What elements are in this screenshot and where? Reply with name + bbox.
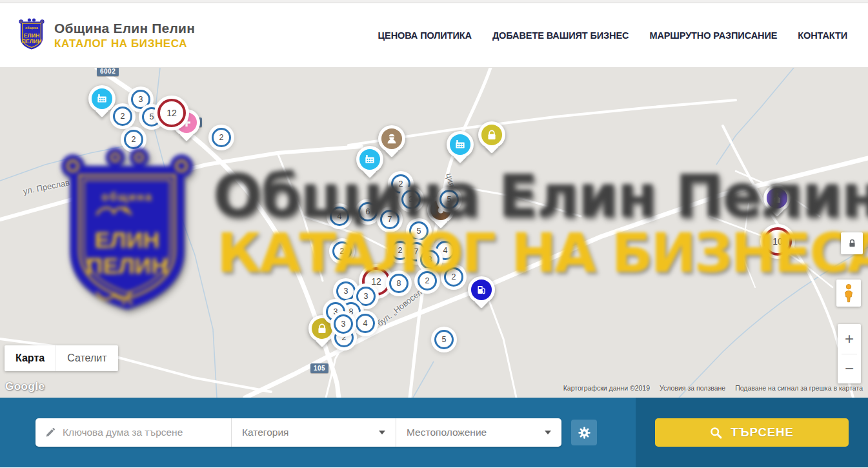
map-cluster[interactable]: 3 (334, 314, 353, 334)
attribution-terms-link[interactable]: Условия за ползване (660, 384, 725, 392)
map-pin-shopping-bag[interactable] (478, 121, 505, 148)
map-pin-church[interactable] (763, 185, 791, 212)
map-cluster[interactable]: 5 (434, 330, 454, 349)
google-logo[interactable]: Google (5, 380, 45, 393)
map-pin-factory[interactable] (356, 146, 383, 173)
map-cluster[interactable]: 4 (330, 207, 349, 226)
keyword-search-input[interactable] (63, 427, 222, 438)
svg-text:община: община (25, 26, 38, 30)
keyword-field-wrap (35, 418, 231, 447)
map-cluster[interactable]: 5 (409, 221, 429, 241)
search-icon (710, 427, 722, 439)
factory-icon (359, 149, 380, 170)
nav-item-schedule[interactable]: МАРШРУТНО РАЗПИСАНИЕ (649, 30, 777, 41)
map-attribution: Картографски данни ©2019 Условия за полз… (563, 384, 863, 392)
location-select[interactable]: Местоположение (396, 418, 561, 447)
road-number-badge: 6002 (97, 68, 119, 76)
search-bar: Категория Местоположение (0, 398, 868, 467)
map-cluster[interactable]: 5 (439, 190, 459, 209)
search-button-panel: ТЪРСЕНЕ (636, 398, 868, 467)
pegman-control[interactable] (836, 280, 861, 307)
shopping-bag-icon (481, 125, 502, 145)
site-subtitle: КАТАЛОГ НА БИЗНЕСА (54, 37, 195, 50)
nav-item-contacts[interactable]: КОНТАКТИ (798, 30, 847, 41)
attribution-copyright: Картографски данни ©2019 (563, 384, 650, 392)
map-cluster[interactable]: 6 (358, 202, 378, 221)
attribution-report-error-link[interactable]: Подаване на сигнал за грешка в картата (735, 384, 863, 392)
search-box: Категория Местоположение (35, 418, 561, 447)
street-view-lock-button[interactable] (841, 232, 863, 254)
svg-text:ПЕЛИН: ПЕЛИН (21, 38, 41, 45)
factory-icon (450, 134, 470, 155)
gear-icon (578, 426, 591, 440)
map-cluster[interactable]: 8 (389, 274, 409, 293)
map-cluster[interactable]: 2 (124, 130, 143, 149)
factory-icon (92, 88, 112, 109)
map-cluster[interactable]: 8 (420, 250, 439, 269)
search-button-label: ТЪРСЕНЕ (731, 425, 794, 440)
map-cluster[interactable]: 2 (444, 267, 463, 287)
map-zoom-control: + − (838, 324, 861, 383)
map-cluster[interactable]: 7 (380, 210, 399, 229)
category-select[interactable]: Категория (232, 418, 396, 447)
map-cluster[interactable]: 2 (212, 128, 231, 147)
zoom-out-button[interactable]: − (838, 354, 861, 383)
nav-item-pricing[interactable]: ЦЕНОВА ПОЛИТИКА (378, 30, 472, 41)
church-icon (767, 188, 787, 209)
nav-item-add-business[interactable]: ДОБАВЕТЕ ВАШИЯТ БИЗНЕС (492, 30, 629, 41)
zoom-in-button[interactable]: + (838, 325, 861, 354)
pencil-icon (45, 427, 56, 439)
municipality-crest-logo: община ЕЛИН ПЕЛИН (17, 16, 46, 55)
svg-text:ЕЛИН: ЕЛИН (24, 32, 40, 39)
site-header: община ЕЛИН ПЕЛИН Община Елин Пелин КАТА… (0, 3, 868, 68)
shopping-bag-icon (312, 318, 332, 339)
map-cluster[interactable]: 10 (763, 227, 792, 256)
location-select-value: Местоположение (407, 427, 487, 438)
map-cluster[interactable]: 3 (401, 190, 421, 209)
chevron-down-icon (379, 431, 385, 434)
main-nav: ЦЕНОВА ПОЛИТИКА ДОБАВЕТЕ ВАШИЯТ БИЗНЕС М… (378, 30, 851, 41)
pegman-icon (842, 283, 856, 303)
map-cluster[interactable]: 4 (356, 314, 375, 333)
map-pin-fuel[interactable] (468, 276, 495, 303)
map-pin-worker[interactable] (378, 125, 405, 152)
chevron-down-icon (545, 431, 551, 434)
map-cluster[interactable]: 2 (332, 241, 352, 261)
category-select-value: Категория (242, 427, 288, 438)
map-cluster[interactable]: 2 (418, 271, 437, 290)
worker-icon (381, 128, 402, 149)
map-cluster[interactable]: 3 (356, 287, 376, 306)
map-cluster[interactable]: 3 (131, 90, 150, 109)
map-type-map-button[interactable]: Карта (5, 345, 56, 371)
map-cluster[interactable]: 12 (157, 99, 186, 127)
fuel-icon (471, 280, 492, 300)
lock-icon (848, 238, 856, 249)
map-type-satellite-button[interactable]: Сателит (56, 345, 117, 371)
map-canvas[interactable]: 60021105 ул. Преславциябул. „Новоселци“ … (0, 68, 868, 398)
site-logo[interactable]: община ЕЛИН ПЕЛИН Община Елин Пелин КАТА… (17, 16, 195, 55)
road-number-badge: 105 (310, 363, 328, 373)
map-pin-factory[interactable] (88, 85, 116, 112)
map-type-control: Карта Сателит (5, 345, 118, 371)
map-cluster[interactable]: 3 (336, 281, 356, 301)
search-button[interactable]: ТЪРСЕНЕ (655, 418, 849, 447)
map-cluster[interactable]: 2 (113, 107, 132, 126)
map-pin-factory[interactable] (447, 131, 474, 158)
advanced-settings-button[interactable] (571, 420, 597, 445)
site-title: Община Елин Пелин (54, 21, 195, 36)
